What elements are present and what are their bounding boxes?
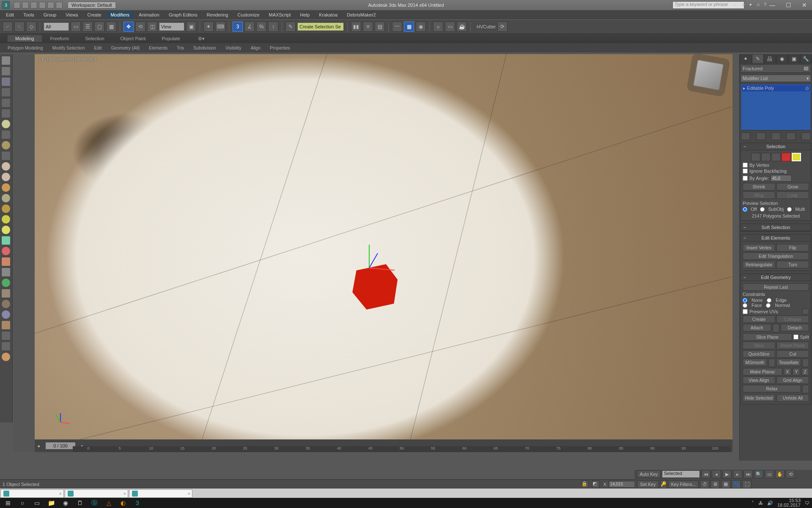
- qat-undo-icon[interactable]: [39, 2, 46, 8]
- select-object-icon[interactable]: ▭: [71, 22, 81, 32]
- lb-helper4-icon[interactable]: [1, 268, 11, 277]
- skype-icon[interactable]: Ⓢ: [88, 498, 101, 508]
- rollout-selection-header[interactable]: Selection: [741, 143, 811, 150]
- lb-box-icon[interactable]: [1, 56, 11, 65]
- menu-tools[interactable]: Tools: [19, 11, 38, 18]
- hvcutter-refresh-icon[interactable]: ⟳: [497, 22, 508, 32]
- unhide-all-button[interactable]: Unhide All: [776, 394, 809, 402]
- selection-filter-dropdown[interactable]: All: [44, 22, 69, 31]
- bind-icon[interactable]: ◇: [26, 22, 36, 32]
- tab1-close-icon[interactable]: ×: [59, 491, 62, 496]
- panel-edit[interactable]: Edit: [90, 44, 106, 51]
- preserve-uvs-checkbox[interactable]: Preserve UVs: [743, 309, 809, 315]
- lb-helper2-icon[interactable]: [1, 246, 11, 256]
- lb-cylinder-icon[interactable]: [1, 98, 11, 108]
- signin-icon[interactable]: ★: [741, 2, 747, 8]
- lb-geosphere-icon[interactable]: [1, 88, 11, 97]
- tab-modeling[interactable]: Modeling: [8, 35, 42, 42]
- tab2-close-icon[interactable]: ×: [123, 491, 126, 496]
- maximize-button[interactable]: ☐: [781, 0, 796, 10]
- angle-snap-icon[interactable]: ∠: [244, 22, 255, 32]
- refcoord-dropdown[interactable]: View: [159, 22, 184, 31]
- named-selection-dropdown[interactable]: Create Selection Se: [297, 22, 344, 31]
- manipulate-icon[interactable]: ✦: [203, 22, 214, 32]
- menu-group[interactable]: Group: [39, 11, 61, 18]
- planar-z-button[interactable]: Z: [801, 368, 809, 375]
- vlc-icon[interactable]: △: [102, 498, 115, 508]
- select-scale-icon[interactable]: ◫: [147, 22, 157, 32]
- close-button[interactable]: ✕: [797, 0, 812, 10]
- minimize-button[interactable]: —: [765, 0, 780, 10]
- tab-display-icon[interactable]: ▣: [788, 54, 800, 64]
- lb-helper10-icon[interactable]: [1, 331, 11, 340]
- material-editor-icon[interactable]: ◉: [416, 22, 426, 32]
- gizmo-y-axis[interactable]: [369, 245, 370, 268]
- taskview-icon[interactable]: ▭: [30, 498, 43, 508]
- menu-create[interactable]: Create: [83, 11, 105, 18]
- rendered-frame-icon[interactable]: ▭: [445, 22, 455, 32]
- detach-button[interactable]: Detach: [781, 324, 809, 331]
- lb-helper7-icon[interactable]: [1, 299, 11, 309]
- time-config-icon[interactable]: ⏱: [700, 480, 709, 489]
- nav-pan-icon[interactable]: ✋: [775, 470, 785, 478]
- lb-helper5-icon[interactable]: [1, 278, 11, 287]
- snap-toggle-icon[interactable]: 3: [233, 22, 243, 32]
- select-name-icon[interactable]: ☰: [82, 22, 93, 32]
- nav-orbit-icon[interactable]: ⟲: [786, 470, 795, 478]
- window-crossing-icon[interactable]: ▦: [106, 22, 116, 32]
- preview-off-radio[interactable]: [743, 207, 747, 212]
- tab-selection[interactable]: Selection: [77, 35, 112, 42]
- rollout-editgeo-header[interactable]: Edit Geometry: [741, 274, 811, 281]
- lb-helper1-icon[interactable]: [1, 236, 11, 245]
- doc-tab-1[interactable]: ×: [0, 489, 64, 498]
- abs-rel-icon[interactable]: ◩: [592, 480, 600, 488]
- flip-button[interactable]: Flip: [776, 244, 809, 251]
- cut-button[interactable]: Cut: [776, 350, 809, 358]
- layer-icon[interactable]: ▤: [375, 22, 385, 32]
- goto-end-icon[interactable]: ⏭: [743, 470, 753, 478]
- menu-edit[interactable]: Edit: [2, 11, 18, 18]
- chrome-icon[interactable]: ◉: [59, 498, 72, 508]
- constraint-face-radio[interactable]: [743, 303, 747, 308]
- grow-button[interactable]: Grow: [776, 183, 809, 190]
- lb-plane-icon[interactable]: [1, 151, 11, 160]
- object-name-field[interactable]: Fractured: [741, 64, 811, 73]
- lb-sphere-icon[interactable]: [1, 77, 11, 86]
- make-planar-button[interactable]: Make Planar: [743, 368, 782, 375]
- insert-vertex-button[interactable]: Insert Vertex: [743, 244, 775, 251]
- nav-zoom-icon[interactable]: 🔍: [754, 470, 763, 478]
- lb-helper11-icon[interactable]: [1, 342, 11, 351]
- viewport-label[interactable]: [ + ] [ Perspective ] [ Realistic ]: [39, 57, 96, 61]
- lb-primitive4-icon[interactable]: [1, 193, 11, 203]
- panel-visibility[interactable]: Visibility: [221, 44, 246, 51]
- cortana-icon[interactable]: ○: [16, 498, 29, 508]
- grid-align-button[interactable]: Grid Align: [776, 376, 809, 384]
- shrink-button[interactable]: Shrink: [743, 183, 775, 190]
- lb-teapot-icon[interactable]: [1, 141, 11, 150]
- qat-save-icon[interactable]: [30, 2, 37, 8]
- menu-rendering[interactable]: Rendering: [203, 11, 233, 18]
- edit-triangulation-button[interactable]: Edit Triangulation: [743, 252, 809, 260]
- object-color-swatch[interactable]: [803, 66, 809, 71]
- loop-button[interactable]: Loop: [776, 191, 809, 199]
- ignore-backfacing-checkbox[interactable]: Ignore Backfacing: [743, 168, 809, 174]
- select-move-icon[interactable]: ✥: [123, 22, 134, 32]
- fav-icon[interactable]: ☆: [756, 2, 762, 8]
- qat-link-icon[interactable]: [56, 2, 63, 8]
- gizmo-z-axis[interactable]: [369, 253, 378, 268]
- subobj-vertex-icon[interactable]: [751, 153, 760, 161]
- menu-animation[interactable]: Animation: [134, 11, 164, 18]
- menu-debrismaker[interactable]: DebrisMaker2: [343, 11, 380, 18]
- panel-modifysel[interactable]: Modify Selection: [48, 44, 89, 51]
- stack-editable-poly[interactable]: ▸ Editable Poly⎙: [742, 85, 810, 91]
- panel-properties[interactable]: Properties: [266, 44, 294, 51]
- modifier-list-dropdown[interactable]: Modifier List▾: [741, 75, 811, 82]
- create-button[interactable]: Create: [743, 315, 775, 323]
- prev-frame-icon[interactable]: ◂: [712, 470, 721, 478]
- panel-subdivision[interactable]: Subdivision: [189, 44, 220, 51]
- tab-populate[interactable]: Populate: [154, 35, 187, 42]
- lb-primitive1-icon[interactable]: [1, 162, 11, 171]
- viewcube[interactable]: [693, 60, 724, 90]
- turn-button[interactable]: Turn: [776, 261, 809, 268]
- tab-motion-icon[interactable]: ◉: [776, 54, 788, 64]
